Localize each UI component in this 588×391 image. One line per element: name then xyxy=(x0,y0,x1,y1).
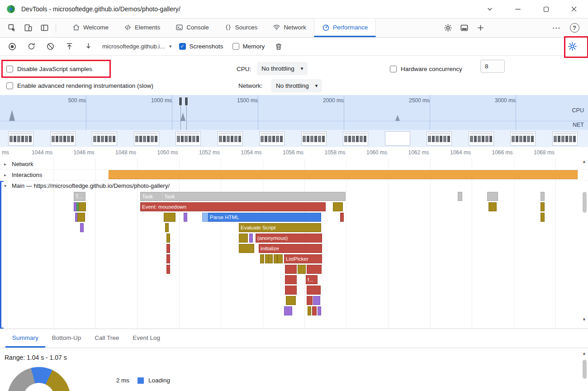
filmstrip-screenshot[interactable] xyxy=(259,131,285,146)
flame-bar[interactable] xyxy=(307,265,322,274)
track-interactions[interactable]: ▸ Interactions xyxy=(0,169,588,181)
track-network[interactable]: ▸ Network xyxy=(0,158,588,170)
flame-bar[interactable] xyxy=(260,254,264,263)
filmstrip-screenshot[interactable] xyxy=(343,131,368,146)
capture-settings-gear-icon[interactable] xyxy=(564,38,581,55)
activity-bar-layout-icon[interactable] xyxy=(36,20,52,36)
flame-bar[interactable] xyxy=(541,213,545,222)
tab-welcome[interactable]: Welcome xyxy=(65,19,116,37)
tab-performance[interactable]: Performance xyxy=(314,19,376,37)
flame-bar-event-mousedown[interactable]: Event: mousedown xyxy=(140,202,326,211)
disclosure-triangle-icon[interactable]: ▾ xyxy=(4,183,9,188)
selection-handle-left[interactable] xyxy=(179,97,182,106)
flame-bar[interactable] xyxy=(268,254,273,263)
scroll-up-icon[interactable]: ▲ xyxy=(582,160,586,164)
flame-bar[interactable] xyxy=(308,306,311,315)
flame-bar[interactable] xyxy=(77,213,85,222)
load-profile-icon[interactable] xyxy=(61,38,78,55)
more-options-icon[interactable]: ⋯ xyxy=(548,20,564,36)
flame-bar-initialize[interactable]: initialize xyxy=(259,244,322,253)
flame-bar-t[interactable]: T... xyxy=(74,192,85,201)
minimize-button[interactable] xyxy=(504,0,532,18)
tab-sources[interactable]: Sources xyxy=(217,19,266,37)
scrollbar-thumb[interactable] xyxy=(583,192,587,213)
inspect-element-icon[interactable] xyxy=(4,20,20,36)
flame-bar[interactable] xyxy=(541,202,545,211)
disclosure-triangle-icon[interactable]: ▸ xyxy=(4,172,9,177)
flame-bar[interactable] xyxy=(307,296,313,305)
flame-bar[interactable] xyxy=(458,192,462,201)
filmstrip-screenshot[interactable] xyxy=(510,131,536,146)
filmstrip-screenshot[interactable] xyxy=(175,131,201,146)
flame-bar[interactable] xyxy=(164,213,175,222)
tab-summary[interactable]: Summary xyxy=(5,329,45,348)
flame-bar[interactable] xyxy=(318,306,321,315)
flame-bar[interactable] xyxy=(184,213,187,222)
flame-bar[interactable] xyxy=(166,244,170,253)
disable-js-samples-checkbox[interactable] xyxy=(6,66,13,72)
flame-bar[interactable] xyxy=(298,265,306,274)
filmstrip-screenshot[interactable] xyxy=(469,131,494,146)
dock-side-icon[interactable] xyxy=(456,20,472,36)
filmstrip-screenshot[interactable] xyxy=(134,131,159,146)
filmstrip-screenshot[interactable] xyxy=(301,131,327,146)
flame-bar[interactable] xyxy=(333,202,343,211)
advanced-rendering-checkbox[interactable] xyxy=(6,82,13,89)
flame-bar[interactable] xyxy=(284,306,292,315)
tab-elements[interactable]: Elements xyxy=(116,19,168,37)
filmstrip-screenshot[interactable] xyxy=(385,131,410,146)
flame-bar[interactable] xyxy=(277,254,283,263)
record-target-select[interactable]: microsoftedge.github.i... ▾ xyxy=(102,43,172,50)
scrollbar-thumb[interactable] xyxy=(583,360,587,379)
device-emulation-icon[interactable] xyxy=(20,20,36,36)
flame-bar-anonymous[interactable]: (anonymous) xyxy=(256,234,322,243)
screenshots-checkbox[interactable]: ✓ xyxy=(179,43,186,50)
filmstrip-screenshot[interactable] xyxy=(8,131,33,146)
track-main-header[interactable]: ▾ Main — https://microsoftedge.github.io… xyxy=(0,180,588,191)
flame-bar-task[interactable]: Task xyxy=(140,192,162,201)
window-menu-chevron-icon[interactable] xyxy=(476,0,504,18)
network-throttle-select[interactable]: No throttling ▾ xyxy=(271,79,322,92)
close-button[interactable] xyxy=(560,0,588,18)
flame-bar[interactable] xyxy=(312,306,317,315)
filmstrip-screenshot[interactable] xyxy=(92,131,117,146)
flame-bar[interactable] xyxy=(239,244,254,253)
flame-bar-f[interactable]: f... xyxy=(306,275,318,284)
flame-bar[interactable] xyxy=(286,296,296,305)
flame-bar[interactable] xyxy=(79,202,86,211)
flame-bar[interactable] xyxy=(166,265,170,274)
flame-bar-parse-html[interactable]: Parse HTML xyxy=(208,213,321,222)
record-button[interactable] xyxy=(4,38,21,55)
hardware-concurrency-checkbox[interactable] xyxy=(390,66,397,72)
flame-bar[interactable] xyxy=(340,213,344,222)
trash-icon[interactable] xyxy=(270,38,287,55)
flame-bar[interactable] xyxy=(285,265,297,274)
tab-console[interactable]: Console xyxy=(168,19,217,37)
devtools-settings-gear-icon[interactable] xyxy=(440,20,456,36)
add-panel-plus-icon[interactable] xyxy=(472,20,488,36)
filmstrip-screenshot[interactable] xyxy=(552,131,578,146)
tab-call-tree[interactable]: Call Tree xyxy=(88,329,126,348)
clear-recording-icon[interactable] xyxy=(42,38,59,55)
flame-bar[interactable] xyxy=(285,286,297,295)
save-profile-icon[interactable] xyxy=(80,38,97,55)
flame-bar-listpicker[interactable]: ListPicker xyxy=(284,254,322,263)
flame-bar[interactable] xyxy=(80,223,84,232)
filmstrip-screenshot[interactable] xyxy=(218,131,243,146)
tab-network[interactable]: Network xyxy=(265,19,314,37)
timeline-overview[interactable]: CPU NET 500 ms1000 ms1500 ms2000 ms2500 … xyxy=(0,95,588,130)
tab-bottom-up[interactable]: Bottom-Up xyxy=(45,329,88,348)
reload-and-record-button[interactable] xyxy=(23,38,40,55)
flame-bar[interactable] xyxy=(313,296,320,305)
interaction-event-bar[interactable] xyxy=(109,170,578,179)
scroll-down-icon[interactable]: ▼ xyxy=(582,318,586,322)
selection-handle-right[interactable] xyxy=(185,97,188,106)
hardware-concurrency-input[interactable] xyxy=(480,60,505,73)
flame-bar[interactable] xyxy=(165,223,169,232)
flame-bar[interactable] xyxy=(202,213,209,222)
disclosure-triangle-icon[interactable]: ▸ xyxy=(4,162,9,167)
flame-bar[interactable] xyxy=(487,192,498,201)
filmstrip-screenshot[interactable] xyxy=(50,131,76,146)
flame-bar[interactable] xyxy=(239,234,248,243)
flame-bar[interactable] xyxy=(166,254,170,263)
